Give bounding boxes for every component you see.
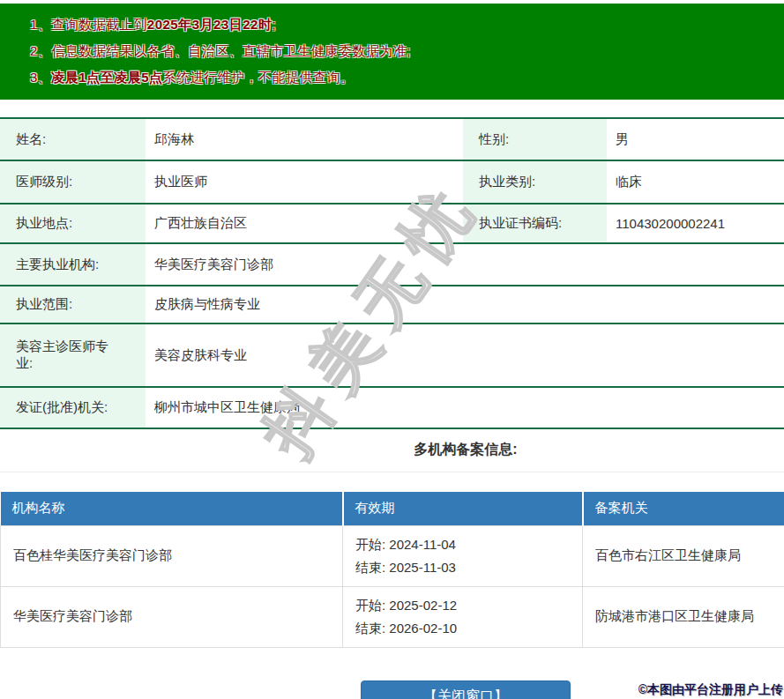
- location-label: 执业地点:: [16, 215, 72, 232]
- name-label: 姓名:: [16, 131, 46, 148]
- record-2-org: 华美医疗美容门诊部: [1, 586, 343, 647]
- records-header-row: 机构名称 有效期 备案机关: [1, 492, 784, 525]
- scope-value: 皮肤病与性病专业: [146, 286, 784, 323]
- record-1-start-label: 开始:: [355, 537, 385, 552]
- profile-row-location-cert: 执业地点: 广西壮族自治区 执业证书编码: 110430200002241: [0, 204, 784, 243]
- close-window-button[interactable]: 【关闭窗口】: [361, 680, 571, 699]
- notice-line-2-number: 2、: [30, 43, 51, 58]
- section-title-multi-org: 多机构备案信息:: [0, 440, 784, 459]
- notice-line-1-number: 1、: [30, 17, 51, 32]
- issuer-value: 柳州市城中区卫生健康局: [146, 387, 784, 428]
- record-2-validity: 开始: 2025-02-12 结束: 2026-02-10: [343, 586, 583, 647]
- gender-label-cell: 性别:: [463, 118, 607, 160]
- record-1-end-date: 2025-11-03: [389, 560, 456, 575]
- notice-line-1-post: ;: [272, 17, 276, 32]
- record-1-authority: 百色市右江区卫生健康局: [583, 525, 784, 586]
- record-1-validity: 开始: 2024-11-04 结束: 2025-11-03: [343, 525, 583, 586]
- notice-line-3-bold: 凌晨1点至凌晨5点: [51, 70, 162, 85]
- cert-number-label-cell: 执业证书编码:: [463, 204, 607, 243]
- name-value: 邱海林: [146, 118, 463, 160]
- specialty-label-cell: 美容主诊医师专业:: [0, 323, 146, 387]
- notice-line-1-text: 查询数据截止到: [51, 17, 147, 32]
- record-row-1: 百色桂华美医疗美容门诊部 开始: 2024-11-04 结束: 2025-11-…: [1, 525, 784, 586]
- notice-line-1: 1、查询数据截止到2025年3月23日22时;: [30, 11, 784, 38]
- category-label-cell: 执业类别:: [463, 160, 607, 204]
- category-label: 执业类别:: [479, 174, 535, 190]
- scope-label-cell: 执业范围:: [0, 286, 146, 323]
- issuer-label-cell: 发证(批准)机关:: [0, 387, 146, 428]
- specialty-value: 美容皮肤科专业: [146, 323, 784, 387]
- name-label-cell: 姓名:: [0, 118, 146, 160]
- record-2-start-date: 2025-02-12: [389, 598, 457, 613]
- profile-row-issuer: 发证(批准)机关: 柳州市城中区卫生健康局: [0, 387, 784, 428]
- records-header-authority: 备案机关: [583, 492, 784, 525]
- level-value: 执业医师: [146, 160, 463, 204]
- cert-number-label: 执业证书编码:: [479, 215, 562, 232]
- gender-label: 性别:: [479, 131, 509, 148]
- category-value: 临床: [607, 160, 784, 204]
- records-header-validity: 有效期: [343, 492, 583, 525]
- cert-number-value: 110430200002241: [607, 204, 784, 243]
- records-table: 机构名称 有效期 备案机关 百色桂华美医疗美容门诊部 开始: 2024-11-0…: [0, 492, 784, 648]
- notice-line-2-text: 信息数据结果以各省、自治区、直辖市卫生健康委数据为准;: [51, 43, 411, 58]
- record-1-org: 百色桂华美医疗美容门诊部: [1, 525, 343, 586]
- profile-row-level-category: 医师级别: 执业医师 执业类别: 临床: [0, 160, 784, 204]
- record-2-authority: 防城港市港口区卫生健康局: [583, 586, 784, 647]
- record-row-2: 华美医疗美容门诊部 开始: 2025-02-12 结束: 2026-02-10 …: [1, 586, 784, 647]
- level-label: 医师级别:: [16, 174, 72, 190]
- section-divider: [0, 472, 784, 472]
- notice-line-1-bold: 2025年3月23日22时: [147, 17, 273, 32]
- main-org-label-cell: 主要执业机构:: [0, 243, 146, 286]
- record-2-start-label: 开始:: [355, 598, 385, 613]
- profile-row-name-gender: 姓名: 邱海林 性别: 男: [0, 118, 784, 160]
- page-container: 1、查询数据截止到2025年3月23日22时; 2、信息数据结果以各省、自治区、…: [0, 4, 784, 699]
- record-1-end-line: 结束: 2025-11-03: [355, 556, 575, 579]
- record-2-end-date: 2026-02-10: [389, 621, 457, 636]
- level-label-cell: 医师级别:: [0, 160, 146, 204]
- profile-table: 姓名: 邱海林 性别: 男 医师级别: 执业医师 执业类别: 临床 执业地点: …: [0, 117, 784, 429]
- record-1-end-label: 结束:: [355, 560, 385, 575]
- notice-banner: 1、查询数据截止到2025年3月23日22时; 2、信息数据结果以各省、自治区、…: [0, 4, 784, 100]
- record-2-end-line: 结束: 2026-02-10: [355, 617, 575, 640]
- location-label-cell: 执业地点:: [0, 204, 146, 243]
- records-header-org: 机构名称: [1, 492, 343, 525]
- profile-row-scope: 执业范围: 皮肤病与性病专业: [0, 286, 784, 323]
- profile-row-specialty: 美容主诊医师专业: 美容皮肤科专业: [0, 323, 784, 387]
- notice-line-3: 3、凌晨1点至凌晨5点系统进行维护，不能提供查询。: [30, 64, 784, 91]
- main-org-label: 主要执业机构:: [16, 257, 99, 273]
- main-org-value: 华美医疗美容门诊部: [146, 243, 784, 286]
- notice-line-3-number: 3、: [30, 70, 51, 85]
- notice-line-3-post: 系统进行维护，不能提供查询。: [163, 70, 355, 85]
- record-1-start-line: 开始: 2024-11-04: [355, 533, 575, 556]
- profile-row-main-org: 主要执业机构: 华美医疗美容门诊部: [0, 243, 784, 286]
- record-2-end-label: 结束:: [355, 621, 385, 636]
- scope-label: 执业范围:: [16, 296, 72, 313]
- notice-line-2: 2、信息数据结果以各省、自治区、直辖市卫生健康委数据为准;: [30, 38, 784, 64]
- record-1-start-date: 2024-11-04: [389, 537, 456, 552]
- gender-value: 男: [607, 118, 784, 160]
- issuer-label: 发证(批准)机关:: [16, 399, 108, 416]
- location-value: 广西壮族自治区: [146, 204, 463, 243]
- specialty-label: 美容主诊医师专业:: [16, 338, 115, 372]
- record-2-start-line: 开始: 2025-02-12: [355, 594, 575, 617]
